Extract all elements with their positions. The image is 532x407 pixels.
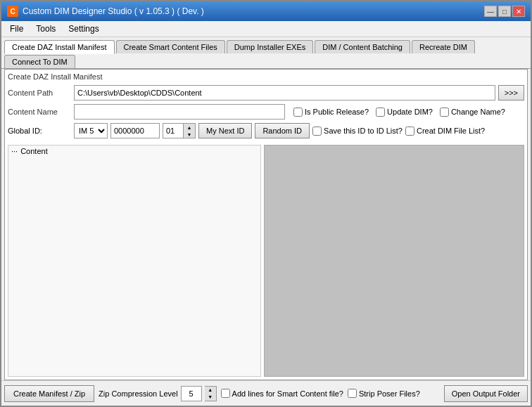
menu-tools[interactable]: Tools — [30, 22, 61, 35]
bottom-bar: Create Manifest / Zip Zip Compression Le… — [1, 380, 531, 406]
content-name-row: Content Name Is Public Release? Update D… — [8, 104, 524, 119]
save-id-group: Save this ID to ID List? — [312, 127, 403, 136]
minimize-button[interactable]: — — [484, 6, 497, 17]
global-id-label: Global ID: — [8, 127, 71, 135]
update-dim-checkbox[interactable] — [376, 108, 385, 117]
change-name-label: Change Name? — [451, 108, 505, 116]
tab-dump-installer[interactable]: Dump Installer EXEs — [227, 40, 313, 53]
content-name-label: Content Name — [8, 108, 71, 116]
suffix-spinner-arrows: ▲ ▼ — [184, 123, 196, 138]
strip-poser-checkbox[interactable] — [348, 389, 357, 398]
tab-connect-dim[interactable]: Connect To DIM — [4, 55, 75, 68]
browse-button[interactable]: >>> — [498, 85, 524, 101]
content-path-input[interactable] — [74, 85, 495, 101]
is-public-release-label: Is Public Release? — [305, 108, 369, 116]
main-window: C Custom DIM Designer Studio ( v 1.05.3 … — [0, 0, 532, 407]
main-panels: ··· Content — [8, 145, 524, 377]
update-dim-label: Update DIM? — [387, 108, 433, 116]
creat-dim-file-list-label: Creat DIM File List? — [417, 127, 485, 135]
smart-content-group: Add lines for Smart Content file? — [221, 389, 343, 398]
title-bar: C Custom DIM Designer Studio ( v 1.05.3 … — [1, 1, 531, 21]
save-id-checkbox[interactable] — [312, 127, 322, 136]
update-dim-group: Update DIM? — [376, 108, 433, 117]
window-title: Custom DIM Designer Studio ( v 1.05.3 ) … — [23, 6, 204, 16]
app-icon: C — [7, 6, 18, 17]
zip-level-up[interactable]: ▲ — [205, 387, 216, 394]
global-id-row: Global ID: IM 5 ▲ ▼ My Next ID Random ID… — [8, 123, 524, 138]
tab-smart-content[interactable]: Create Smart Content Files — [116, 40, 225, 53]
content-name-input[interactable] — [74, 104, 285, 119]
content-path-row: Content Path >>> — [8, 85, 524, 101]
left-panel[interactable]: ··· Content — [8, 145, 261, 377]
is-public-release-group: Is Public Release? — [293, 108, 369, 117]
tab-dim-batching[interactable]: DIM / Content Batching — [315, 40, 410, 53]
my-next-id-button[interactable]: My Next ID — [198, 123, 252, 138]
menu-settings[interactable]: Settings — [63, 22, 104, 35]
is-public-release-checkbox[interactable] — [293, 108, 303, 117]
restore-button[interactable]: □ — [498, 6, 511, 17]
global-id-suffix-input[interactable] — [163, 123, 184, 138]
zip-level-input[interactable] — [181, 386, 202, 401]
title-bar-left: C Custom DIM Designer Studio ( v 1.05.3 … — [7, 6, 204, 17]
tab-recreate-dim[interactable]: Recreate DIM — [412, 40, 475, 53]
menubar: File Tools Settings — [1, 21, 531, 37]
content-path-label: Content Path — [8, 89, 71, 97]
zip-level-label: Zip Compression Level — [99, 389, 178, 398]
save-id-label: Save this ID to ID List? — [324, 127, 403, 135]
smart-content-label: Add lines for Smart Content file? — [232, 389, 343, 398]
open-output-button[interactable]: Open Output Folder — [444, 385, 528, 402]
strip-poser-group: Strip Poser Files? — [348, 389, 420, 398]
global-id-number-input[interactable] — [110, 123, 160, 138]
global-id-suffix-spinner: ▲ ▼ — [163, 123, 196, 138]
close-button[interactable]: ✕ — [512, 6, 525, 17]
change-name-group: Change Name? — [440, 108, 505, 117]
suffix-up-arrow[interactable]: ▲ — [184, 124, 195, 131]
creat-dim-file-list-group: Creat DIM File List? — [405, 127, 485, 136]
section-title: Create DAZ Install Manifest — [8, 72, 524, 81]
global-id-prefix-select[interactable]: IM 5 — [74, 123, 108, 138]
tree-root-label: Content — [20, 147, 48, 155]
tabs-row: Create DAZ Install Manifest Create Smart… — [1, 37, 531, 69]
menu-file[interactable]: File — [4, 22, 29, 35]
random-id-button[interactable]: Random ID — [255, 123, 310, 138]
creat-dim-file-list-checkbox[interactable] — [405, 127, 414, 136]
create-manifest-button[interactable]: Create Manifest / Zip — [4, 385, 94, 402]
smart-content-checkbox[interactable] — [221, 389, 230, 398]
compress-row: Zip Compression Level ▲ ▼ — [99, 386, 217, 401]
global-id-number-spinner — [110, 123, 160, 138]
suffix-down-arrow[interactable]: ▼ — [184, 131, 195, 138]
strip-poser-label: Strip Poser Files? — [359, 389, 420, 398]
change-name-checkbox[interactable] — [440, 108, 449, 117]
tree-root-item: ··· Content — [8, 146, 260, 157]
tree-expand-icon: ··· — [11, 147, 18, 155]
tab-create-daz[interactable]: Create DAZ Install Manifest — [4, 40, 115, 54]
content-area: Create DAZ Install Manifest Content Path… — [4, 69, 528, 380]
zip-level-down[interactable]: ▼ — [205, 394, 216, 401]
title-buttons: — □ ✕ — [484, 6, 525, 17]
zip-level-arrows: ▲ ▼ — [205, 386, 217, 401]
right-panel — [264, 145, 524, 377]
